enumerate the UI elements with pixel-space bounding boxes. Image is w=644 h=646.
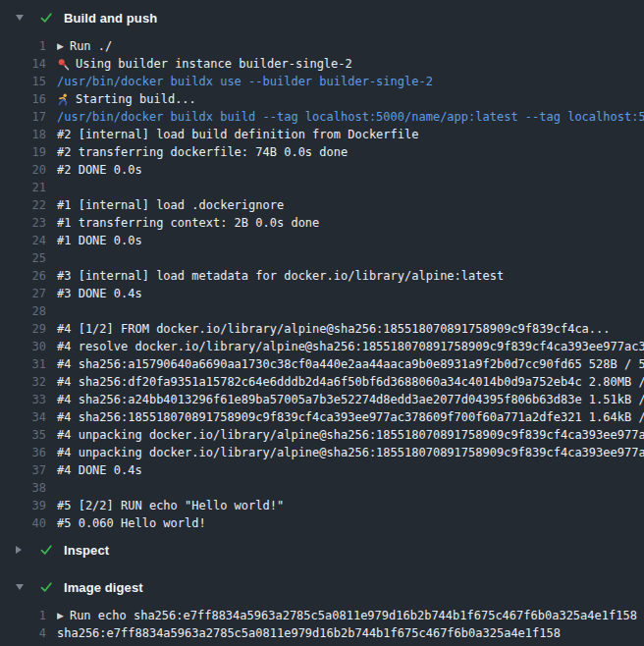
line-number[interactable]: 14 (0, 57, 46, 71)
line-number[interactable]: 27 (0, 287, 46, 300)
chevron-down-icon[interactable] (16, 15, 27, 21)
line-number[interactable]: 19 (0, 145, 46, 159)
chevron-down-icon[interactable] (16, 584, 27, 590)
log-line: 21 (0, 179, 644, 196)
line-number[interactable]: 20 (0, 163, 46, 177)
section-title: Image digest (64, 580, 143, 595)
log-line: 40#5 0.060 Hello world! (0, 514, 644, 532)
line-number[interactable]: 23 (0, 216, 46, 230)
line-number[interactable]: 32 (0, 375, 46, 389)
runner-icon (57, 93, 70, 106)
log-line: 31#4 sha256:a15790640a6690aa1730c38cf0a4… (0, 355, 644, 373)
line-number[interactable]: 26 (0, 269, 46, 283)
log-line: 14 Using builder instance builder-single… (0, 55, 644, 73)
log-line-content: Starting build... (57, 90, 644, 108)
line-number[interactable]: 35 (0, 428, 46, 442)
section-header-inspect[interactable]: Inspect (0, 532, 644, 567)
line-number[interactable]: 16 (0, 92, 46, 106)
log-line-content: #1 [internal] load .dockerignore (57, 196, 644, 214)
log-line-content: #4 resolve docker.io/library/alpine@sha2… (57, 338, 644, 355)
log-text: /usr/bin/docker buildx build --tag local… (57, 108, 644, 126)
log-line: 1▶Run echo sha256:e7ff8834a5963a2785c5a0… (0, 607, 644, 624)
log-line-content: #4 sha256:a15790640a6690aa1730c38cf0a440… (57, 355, 644, 373)
log-text: #4 sha256:185518070891758909c9f839cf4ca3… (57, 408, 644, 426)
log-line: 34#4 sha256:185518070891758909c9f839cf4c… (0, 408, 644, 426)
log-line-content: ▶Run ./ (57, 37, 644, 55)
success-check-icon (39, 11, 53, 25)
log-text: #3 [internal] load metadata for docker.i… (57, 267, 504, 285)
log-line: 26#3 [internal] load metadata for docker… (0, 267, 644, 285)
line-number[interactable]: 1 (0, 609, 46, 622)
log-line: 15/usr/bin/docker buildx use --builder b… (0, 73, 644, 90)
line-number[interactable]: 24 (0, 234, 46, 247)
section-title: Build and push (64, 11, 157, 26)
log-line: 4sha256:e7ff8834a5963a2785c5a0811e979d16… (0, 624, 644, 642)
line-number[interactable]: 25 (0, 251, 46, 265)
log-section-build-and-push: Build and push 1▶Run ./14 Using builder … (0, 0, 644, 532)
log-line-content: #5 0.060 Hello world! (57, 514, 644, 532)
log-line: 28 (0, 302, 644, 320)
log-line: 20#2 DONE 0.0s (0, 161, 644, 179)
log-line: 27#3 DONE 0.4s (0, 285, 644, 302)
log-text: #2 transferring dockerfile: 74B 0.0s don… (57, 143, 348, 161)
line-number[interactable]: 18 (0, 128, 46, 141)
log-line: 16 Starting build... (0, 90, 644, 108)
log-line-content: #4 sha256:185518070891758909c9f839cf4ca3… (57, 408, 644, 426)
log-text: #4 resolve docker.io/library/alpine@sha2… (57, 338, 644, 355)
line-number[interactable]: 40 (0, 516, 46, 530)
log-text: #1 [internal] load .dockerignore (57, 196, 284, 214)
log-line-content: #1 DONE 0.0s (57, 232, 644, 249)
log-line: 22#1 [internal] load .dockerignore (0, 196, 644, 214)
line-number[interactable]: 30 (0, 340, 46, 353)
line-number[interactable]: 37 (0, 463, 46, 477)
line-number[interactable]: 1 (0, 39, 46, 53)
log-line: 39#5 [2/2] RUN echo "Hello world!" (0, 497, 644, 514)
line-number[interactable]: 29 (0, 322, 46, 336)
log-line: 37#4 DONE 0.4s (0, 461, 644, 479)
expand-arrow-icon[interactable]: ▶ (57, 41, 64, 51)
log-line-content: #3 DONE 0.4s (57, 285, 644, 302)
log-text: #4 DONE 0.4s (57, 461, 142, 479)
log-line-content: ▶Run echo sha256:e7ff8834a5963a2785c5a08… (57, 607, 644, 624)
expand-arrow-icon[interactable]: ▶ (57, 611, 64, 620)
section-header-build-and-push[interactable]: Build and push (0, 0, 644, 35)
log-line-content: #4 unpacking docker.io/library/alpine@sh… (57, 426, 644, 444)
success-check-icon (39, 543, 53, 557)
log-text: #4 sha256:df20fa9351a15782c64e6dddb2d4a6… (57, 373, 644, 391)
line-number[interactable]: 39 (0, 499, 46, 512)
log-line-content: /usr/bin/docker buildx use --builder bui… (57, 73, 644, 90)
log-line: 29#4 [1/2] FROM docker.io/library/alpine… (0, 320, 644, 338)
line-number[interactable]: 31 (0, 357, 46, 371)
line-number[interactable]: 21 (0, 181, 46, 194)
log-line-content: #5 [2/2] RUN echo "Hello world!" (57, 497, 644, 514)
log-section-image-digest: Image digest 1▶Run echo sha256:e7ff8834a… (0, 569, 644, 642)
log-section-inspect: Inspect (0, 532, 644, 569)
chevron-right-icon[interactable] (16, 546, 27, 554)
log-text: #5 [2/2] RUN echo "Hello world!" (57, 497, 284, 514)
section-title: Inspect (64, 543, 109, 558)
log-text: #4 [1/2] FROM docker.io/library/alpine@s… (57, 320, 611, 338)
log-text: #4 sha256:a24bb4013296f61e89ba57005a7b3e… (57, 391, 644, 408)
line-number[interactable]: 38 (0, 481, 46, 495)
line-number[interactable]: 36 (0, 446, 46, 459)
line-number[interactable]: 22 (0, 198, 46, 212)
log-text: #5 0.060 Hello world! (57, 514, 206, 532)
line-number[interactable]: 15 (0, 75, 46, 88)
log-line: 1▶Run ./ (0, 37, 644, 55)
log-line: 32#4 sha256:df20fa9351a15782c64e6dddb2d4… (0, 373, 644, 391)
log-text: #1 DONE 0.0s (57, 232, 142, 249)
log-line-content: #2 DONE 0.0s (57, 161, 644, 179)
log-text: Run echo sha256:e7ff8834a5963a2785c5a081… (70, 607, 637, 624)
line-number[interactable]: 28 (0, 304, 46, 318)
log-text: #3 DONE 0.4s (57, 285, 142, 302)
line-number[interactable]: 17 (0, 110, 46, 124)
log-text: #4 unpacking docker.io/library/alpine@sh… (57, 426, 644, 444)
section-header-image-digest[interactable]: Image digest (0, 569, 644, 605)
log-line: 25 (0, 249, 644, 267)
line-number[interactable]: 33 (0, 393, 46, 406)
log-line-content: /usr/bin/docker buildx build --tag local… (57, 108, 644, 126)
log-line: 33#4 sha256:a24bb4013296f61e89ba57005a7b… (0, 391, 644, 408)
line-number[interactable]: 34 (0, 410, 46, 424)
line-number[interactable]: 4 (0, 626, 46, 640)
log-line-content: #2 transferring dockerfile: 74B 0.0s don… (57, 143, 644, 161)
